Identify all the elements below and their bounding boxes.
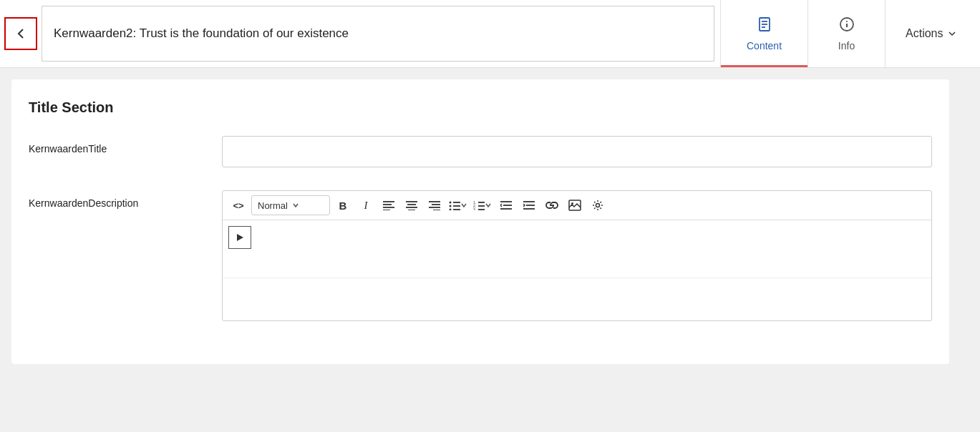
style-select[interactable]: Normal [251,195,330,215]
content-card: Title Section KernwaardenTitle Kernwaard… [11,79,949,364]
form-row-title: KernwaardenTitle [29,136,932,167]
italic-button[interactable]: I [356,195,376,215]
actions-button[interactable]: Actions [886,0,976,67]
numbered-list-button[interactable]: 1. 2. 3. [472,195,493,215]
rich-editor-container: <> Normal B I [222,190,932,321]
section-title: Title Section [29,99,932,116]
style-select-value: Normal [258,200,288,211]
main-content: Title Section KernwaardenTitle Kernwaard… [0,68,980,432]
svg-marker-41 [237,234,243,241]
svg-point-19 [450,202,452,204]
field-input-title [222,136,932,167]
outdent-button[interactable] [496,195,516,215]
tab-content[interactable]: Content [721,0,808,67]
settings-button[interactable] [588,195,608,215]
tab-info[interactable]: Info [808,0,886,67]
align-center-button[interactable] [402,195,422,215]
svg-text:3.: 3. [473,207,476,210]
back-button[interactable] [4,17,37,50]
svg-point-20 [450,205,452,207]
header: Kernwaarden2: Trust is the foundation of… [0,0,980,68]
svg-point-6 [846,21,848,22]
tab-info-label: Info [838,40,855,51]
indent-button[interactable] [519,195,539,215]
bullet-list-button[interactable] [447,195,469,215]
editor-content-area [223,220,931,278]
content-icon [757,16,772,35]
field-label-title: KernwaardenTitle [29,136,222,154]
align-left-button[interactable] [379,195,399,215]
link-button[interactable] [542,195,562,215]
editor-toolbar: <> Normal B I [223,191,931,220]
play-icon-button[interactable] [228,226,251,249]
editor-text-input[interactable] [223,278,931,320]
actions-label: Actions [906,27,943,40]
image-button[interactable] [565,195,585,215]
tabs-area: Content Info Actions [720,0,976,67]
rich-editor: <> Normal B I [222,190,932,321]
align-right-button[interactable] [424,195,445,215]
field-label-description: KernwaardenDescription [29,190,222,209]
source-button[interactable]: <> [228,195,248,215]
page-title: Kernwaarden2: Trust is the foundation of… [54,26,349,41]
bold-button[interactable]: B [333,195,353,215]
tab-content-label: Content [747,40,782,51]
kernwaarden-title-input[interactable] [222,136,932,167]
page-title-area: Kernwaarden2: Trust is the foundation of… [42,6,714,62]
svg-point-40 [596,204,600,207]
svg-point-21 [450,209,452,211]
form-row-description: KernwaardenDescription <> Normal [29,190,932,321]
info-icon [839,16,855,35]
